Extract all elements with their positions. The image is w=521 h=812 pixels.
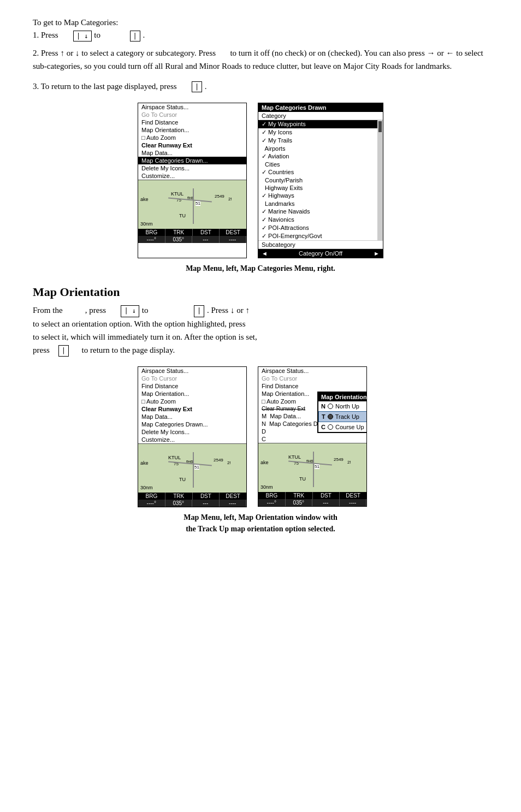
- map-2549-label: 2549: [215, 194, 224, 199]
- menu2-autozoom[interactable]: □ Auto Zoom: [138, 398, 246, 405]
- menu2-goto[interactable]: Go To Cursor: [138, 375, 246, 382]
- col2-dest: DEST: [220, 493, 246, 500]
- menu-item-orientation[interactable]: Map Orientation...: [138, 126, 246, 134]
- menu2-find[interactable]: Find Distance: [138, 382, 246, 390]
- cat-navionics[interactable]: ✓ Navionics: [258, 216, 377, 224]
- menu-item-runway[interactable]: Clear Runway Ext: [138, 141, 246, 149]
- cat-cities[interactable]: Cities: [258, 161, 377, 168]
- menu2-categories[interactable]: Map Categories Drawn...: [138, 420, 246, 428]
- col2-dst-val: ---: [192, 500, 220, 507]
- col2-brg-val: ----°: [138, 500, 165, 507]
- menu2-mapdata[interactable]: Map Data...: [138, 413, 246, 420]
- menu2-orientation[interactable]: Map Orientation...: [138, 390, 246, 398]
- cat-icons[interactable]: ✓ My Icons: [258, 128, 377, 137]
- col-trk-val: 035°: [165, 236, 193, 243]
- menu3-customize[interactable]: C: [258, 435, 366, 443]
- col3-dest-val: ----: [340, 499, 367, 506]
- cat-highway-exits[interactable]: Highway Exits: [258, 184, 377, 192]
- menu-item-customize[interactable]: Customize...: [138, 172, 246, 180]
- col-brg: BRG: [138, 229, 165, 236]
- menu3-airspace[interactable]: Airspace Status...: [258, 367, 366, 375]
- menu-item-airspace[interactable]: Airspace Status...: [138, 103, 246, 111]
- map-ktul-label: KTUL: [171, 191, 183, 197]
- cat-poi-emergency[interactable]: ✓ POI-Emergncy/Govt: [258, 232, 377, 240]
- step1-to: to: [94, 31, 100, 39]
- cat-trails[interactable]: ✓ My Trails: [258, 137, 377, 145]
- col3-dst-val: ---: [312, 499, 340, 506]
- popup-wrapper: M Map Data... N Map Categories Drawn... …: [258, 412, 366, 443]
- menu-item-mapdata[interactable]: Map Data...: [138, 149, 246, 157]
- cat-highways[interactable]: ✓ Highways: [258, 192, 377, 200]
- left-map-menu-2: Airspace Status... Go To Cursor Find Dis…: [138, 366, 247, 507]
- course-up-label: Course Up: [335, 424, 364, 430]
- section-heading: Map Orientation: [33, 285, 488, 299]
- right-map-menu-3: Airspace Status... Go To Cursor Find Dis…: [258, 366, 367, 507]
- col2-trk-val: 035°: [165, 500, 193, 507]
- page-content: To get to Map Categories: 1. Press | ↓ t…: [33, 16, 488, 535]
- button-bar-3: |: [192, 81, 202, 93]
- cat-airports[interactable]: Airports: [258, 145, 377, 152]
- cat-county[interactable]: County/Parish: [258, 176, 377, 184]
- track-radio: [328, 414, 333, 419]
- orientation-popup-title: Map Orientation: [318, 393, 367, 401]
- track-up-option[interactable]: T Track Up: [318, 411, 367, 422]
- cat-arrow-left: ◄: [262, 250, 268, 257]
- cat-waypoints[interactable]: ✓ My Waypoints: [258, 120, 377, 128]
- orientation-popup: Map Orientation N North Up ... T Track U…: [317, 392, 367, 433]
- figure2-caption: Map Menu, left, Map Orientation window w…: [33, 512, 488, 535]
- menu-item-autozoom[interactable]: □ Auto Zoom: [138, 134, 246, 141]
- cat-aviation[interactable]: ✓ Aviation: [258, 152, 377, 161]
- cat-arrow-right: ►: [374, 250, 380, 257]
- col3-trk-val: 035°: [286, 499, 313, 506]
- col3-brg: BRG: [258, 492, 286, 499]
- map-row2-1: ----° 035° --- ----: [138, 236, 246, 243]
- col-dst-val: ---: [192, 236, 220, 243]
- north-up-label: North Up: [335, 403, 359, 410]
- btn-down-orient: | ↓: [121, 305, 139, 317]
- cat-countries[interactable]: ✓ Countries: [258, 168, 377, 176]
- btn-bar-orient2: |: [58, 345, 69, 357]
- right-categories-menu: Map Categories Drawn Category ✓ My Waypo…: [258, 103, 383, 258]
- menu-item-find[interactable]: Find Distance: [138, 118, 246, 126]
- scrollbar-thumb[interactable]: [378, 121, 382, 132]
- north-up-option[interactable]: N North Up ...: [318, 401, 367, 411]
- track-letter: T: [322, 413, 325, 420]
- map2-tu: TU: [179, 477, 186, 482]
- col2-brg: BRG: [138, 493, 165, 500]
- map3-lake: ake: [260, 460, 269, 465]
- menu-item-categories[interactable]: Map Categories Drawn...: [138, 157, 246, 164]
- menu3-goto[interactable]: Go To Cursor: [258, 375, 366, 382]
- map-lake-label: ake: [140, 197, 149, 202]
- button-sym-bar: |: [130, 31, 140, 42]
- left-map-menu: Airspace Status... Go To Cursor Find Dis…: [138, 103, 247, 258]
- cat-poi-attractions[interactable]: ✓ POI-Attractions: [258, 224, 377, 232]
- cat-landmarks[interactable]: Landmarks: [258, 200, 377, 208]
- map2-2549: 2549: [214, 458, 223, 463]
- step1-dot: .: [143, 31, 145, 39]
- cat-marine[interactable]: ✓ Marine Navaids: [258, 208, 377, 216]
- map-tu-label: TU: [179, 213, 186, 218]
- map2-ktul: KTUL: [168, 455, 181, 460]
- menu2-delete[interactable]: Delete My Icons...: [138, 428, 246, 436]
- step3-line: 3. To return to the last page displayed,…: [33, 80, 488, 93]
- course-up-option[interactable]: C Course Up: [318, 422, 367, 432]
- menu2-airspace[interactable]: Airspace Status...: [138, 367, 246, 375]
- map2-road-v: [193, 452, 194, 488]
- map-row2-3: ----° 035° --- ----: [258, 499, 366, 506]
- scrollbar-area: ✓ My Waypoints ✓ My Icons ✓ My Trails Ai…: [258, 120, 383, 240]
- categories-title: Map Categories Drawn: [258, 103, 383, 112]
- menu2-customize[interactable]: Customize...: [138, 436, 246, 443]
- scrollbar[interactable]: [377, 120, 383, 240]
- category-onoff-btn[interactable]: ◄ Category On/Off ►: [258, 249, 383, 258]
- map-area-2: ake KTUL 75 fH6 51 2549 2! TU 30nm: [138, 443, 246, 493]
- menu-item-goto[interactable]: Go To Cursor: [138, 111, 246, 118]
- step1-spaces: [103, 31, 127, 39]
- map3-tu: TU: [299, 476, 306, 482]
- map3-2549: 2549: [334, 457, 344, 462]
- menu2-runway[interactable]: Clear Runway Ext: [138, 405, 246, 413]
- menu-item-delete[interactable]: Delete My Icons...: [138, 164, 246, 172]
- step1-prefix: To get to Map Categories:: [33, 18, 118, 27]
- col-trk: TRK: [165, 229, 193, 236]
- map-road-v: [193, 188, 194, 224]
- menu3-find[interactable]: Find Distance: [258, 382, 366, 390]
